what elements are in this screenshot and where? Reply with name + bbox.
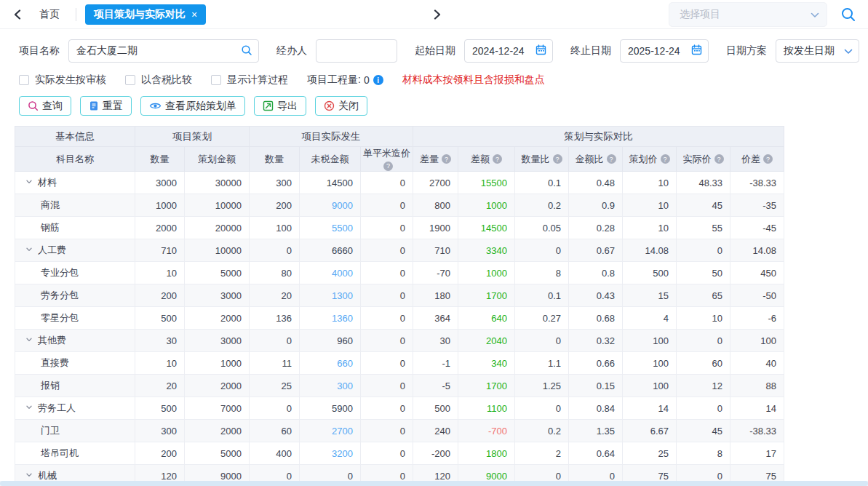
column-header: 单平米造价? (361, 147, 413, 172)
checkbox-icon[interactable] (19, 75, 29, 85)
untaxed-amount-link[interactable]: 4000 (332, 268, 353, 279)
start-date-input[interactable] (472, 45, 535, 57)
value-cell: 10000 (185, 194, 250, 217)
value-cell: 0.1 (515, 172, 569, 194)
value-cell: 0.9 (569, 194, 623, 217)
value-cell: 55 (677, 217, 730, 239)
value-cell: 20000 (185, 217, 250, 239)
subject-name-cell[interactable]: 人工费 (15, 239, 135, 262)
untaxed-amount-link[interactable]: 660 (337, 358, 353, 369)
horizontal-scrollbar[interactable] (0, 481, 868, 486)
help-icon[interactable]: ? (714, 154, 724, 164)
value-cell: 1800 (458, 442, 515, 465)
subject-name: 劳务工人 (38, 402, 76, 413)
project-name-input[interactable] (76, 45, 241, 57)
help-icon[interactable]: ? (553, 154, 562, 164)
help-icon[interactable]: ? (442, 154, 451, 164)
value-cell: 180 (413, 284, 458, 307)
value-cell: 0 (361, 262, 413, 284)
value-cell[interactable]: 1300 (300, 284, 361, 307)
help-icon[interactable]: ? (661, 154, 670, 164)
untaxed-amount-link[interactable]: 9000 (332, 200, 353, 211)
agent-field[interactable] (316, 39, 397, 63)
value-cell: -38.33 (730, 420, 784, 442)
value-cell: 1900 (413, 217, 458, 239)
value-cell: 25 (250, 375, 300, 397)
project-quantity: 项目工程量: 0 i (307, 73, 383, 87)
reset-button[interactable]: 重置 (80, 96, 132, 116)
value-cell[interactable]: 9000 (300, 194, 361, 217)
value-cell: 1.25 (515, 375, 569, 397)
value-cell: 5900 (300, 397, 361, 420)
value-cell[interactable]: 4000 (300, 262, 361, 284)
value-cell: 45 (677, 420, 730, 442)
untaxed-amount-link[interactable]: 1300 (332, 290, 353, 301)
project-select[interactable]: 选择项目 (669, 2, 827, 27)
expand-chevron-icon (25, 246, 33, 253)
untaxed-amount-link[interactable]: 2700 (332, 426, 353, 437)
close-button[interactable]: 关闭 (315, 96, 367, 116)
value-cell: 0 (361, 172, 413, 194)
checkbox-show-calculation[interactable]: 显示计算过程 (211, 73, 288, 87)
tab-close-icon[interactable]: × (191, 9, 197, 20)
value-cell: -700 (458, 420, 515, 442)
help-icon[interactable]: ? (763, 154, 773, 164)
subject-name-cell: 专业分包 (15, 262, 135, 284)
query-button[interactable]: 查询 (19, 96, 71, 116)
subject-name-cell[interactable]: 材料 (15, 172, 135, 194)
value-cell: 25 (623, 442, 677, 465)
tabs-scroll-left-icon[interactable] (9, 6, 26, 23)
value-cell[interactable]: 3200 (300, 442, 361, 465)
subject-name: 机械 (38, 470, 57, 481)
date-plan-select[interactable]: 按发生日期 (776, 39, 859, 63)
tab-home[interactable]: 首页 (39, 8, 60, 21)
project-name-field[interactable] (68, 39, 259, 63)
untaxed-amount-link[interactable]: 1360 (332, 313, 353, 324)
value-cell: 0.84 (569, 397, 623, 420)
tabs-scroll-right-icon[interactable] (429, 6, 446, 23)
expand-chevron-icon (25, 404, 33, 411)
untaxed-amount-link[interactable]: 300 (337, 381, 353, 391)
checkbox-label: 显示计算过程 (227, 73, 288, 87)
value-cell[interactable]: 2700 (300, 420, 361, 442)
value-cell[interactable]: 300 (300, 375, 361, 397)
checkbox-icon[interactable] (125, 75, 135, 85)
group-header: 基本信息 (15, 127, 135, 147)
subject-name-cell[interactable]: 其他费 (15, 330, 135, 352)
subject-name-cell[interactable]: 劳务工人 (15, 397, 135, 420)
table-row: 报销202000253000-517001.250.151001288 (15, 375, 784, 397)
calendar-icon[interactable] (535, 44, 546, 57)
end-date-input[interactable] (628, 45, 691, 57)
help-icon[interactable]: ? (493, 154, 502, 164)
search-icon[interactable] (241, 44, 252, 58)
help-icon[interactable]: ? (607, 154, 616, 164)
value-cell: -38.33 (730, 172, 784, 194)
value-cell: -6 (730, 307, 784, 330)
value-cell: 4 (623, 307, 677, 330)
value-cell[interactable]: 5500 (300, 217, 361, 239)
value-cell[interactable]: 1360 (300, 307, 361, 330)
calendar-icon[interactable] (691, 44, 702, 57)
end-date-field[interactable] (620, 39, 709, 63)
checkbox-actual-by-audit[interactable]: 实际发生按审核 (19, 73, 106, 87)
global-search-icon[interactable] (839, 5, 858, 24)
value-cell[interactable]: 660 (300, 352, 361, 375)
table-row: 钢筋200020000100550001900145000.050.281055… (15, 217, 784, 239)
checkbox-compare-with-tax[interactable]: 以含税比较 (125, 73, 192, 87)
start-date-field[interactable] (464, 39, 553, 63)
value-cell: -1 (413, 352, 458, 375)
export-button[interactable]: 导出 (254, 96, 306, 116)
scrollbar-thumb[interactable] (0, 481, 868, 486)
value-cell: 0 (250, 330, 300, 352)
value-cell: 60 (250, 420, 300, 442)
untaxed-amount-link[interactable]: 5500 (332, 223, 353, 234)
untaxed-amount-link[interactable]: 3200 (332, 448, 353, 459)
tab-active-compare[interactable]: 项目策划与实际对比 × (85, 4, 206, 25)
checkbox-icon[interactable] (211, 75, 221, 85)
help-icon[interactable]: ? (383, 162, 393, 171)
value-cell: 0 (361, 397, 413, 420)
value-cell: 0.2 (515, 194, 569, 217)
view-original-plan-button[interactable]: 查看原始策划单 (140, 96, 245, 116)
agent-input[interactable] (324, 45, 391, 57)
info-icon[interactable]: i (373, 75, 383, 85)
